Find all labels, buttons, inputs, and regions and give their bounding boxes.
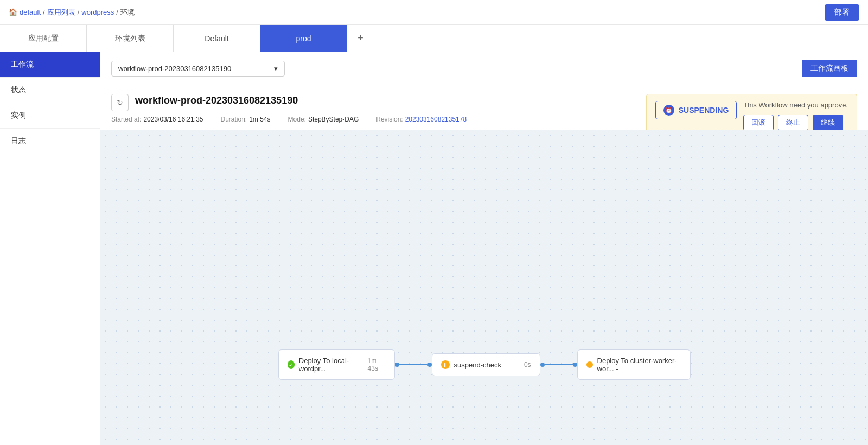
node-suspend-check[interactable]: ⏸ suspend-check 0s [432,353,540,376]
refresh-button[interactable]: ↻ [111,94,129,111]
sidebar: 工作流 状态 实例 日志 [0,52,100,445]
home-icon[interactable]: 🏠 [9,8,17,16]
duration-label: Duration: [220,116,247,123]
node2-left: ⏸ suspend-check [441,360,501,369]
breadcrumb-default[interactable]: default [20,8,41,16]
node-deploy-local[interactable]: ✓ Deploy To local-wordpr... 1m 43s [278,349,395,380]
tab-app-config[interactable]: 应用配置 [0,25,87,52]
clock-icon: ⏰ [663,105,674,116]
breadcrumb-wordpress[interactable]: wordpress [81,8,114,16]
status-badge: ⏰ SUSPENDING [655,101,737,119]
workflow-canvas-button[interactable]: 工作流画板 [802,60,857,77]
sidebar-item-instance[interactable]: 实例 [0,103,100,129]
breadcrumb-app-list[interactable]: 应用列表 [47,8,75,17]
status-actions: 回滚 终止 继续 [743,115,848,131]
workflow-selector-value: workflow-prod-20230316082135190 [118,65,231,73]
connector-dot-left-1 [395,363,399,367]
main-layout: 工作流 状态 实例 日志 workflow-prod-2023031608213… [0,52,868,445]
node1-status-icon: ✓ [288,360,295,369]
tab-default[interactable]: Default [174,25,260,52]
node3-status-icon [586,361,593,368]
revision-label: Revision: [376,116,403,123]
sidebar-item-status[interactable]: 状态 [0,78,100,103]
breadcrumb: 🏠 default / 应用列表 / wordpress / 环境 [9,8,135,17]
node2-label: suspend-check [454,361,501,369]
duration-value: 1m 54s [249,116,270,123]
rollback-button[interactable]: 回滚 [743,115,774,131]
tab-prod[interactable]: prod [260,25,347,52]
started-at-value: 2023/03/16 16:21:35 [143,116,203,123]
continue-button[interactable]: 继续 [813,115,843,131]
sidebar-item-log[interactable]: 日志 [0,129,100,154]
node3-label: Deploy To cluster-worker-wor... - [597,357,681,373]
revision-value[interactable]: 20230316082135178 [405,116,467,123]
tab-env-list[interactable]: 环境列表 [87,25,174,52]
refresh-icon: ↻ [117,98,123,107]
chevron-down-icon: ▾ [274,65,278,73]
node2-status-icon: ⏸ [441,360,450,369]
canvas-area: ✓ Deploy To local-wordpr... 1m 43s ⏸ sus… [100,130,868,445]
connector-2-3 [540,363,577,367]
connector-line-1 [399,364,427,365]
mode-value: StepByStep-DAG [308,116,359,123]
tab-add-button[interactable]: + [347,25,374,52]
sidebar-item-workflow[interactable]: 工作流 [0,52,100,78]
node1-label: Deploy To local-wordpr... [299,357,363,373]
env-tabs: 应用配置 环境列表 Default prod + [0,25,868,52]
content: workflow-prod-20230316082135190 ▾ 工作流画板 … [100,52,868,445]
breadcrumb-sep3: / [116,8,118,16]
connector-dot-left-2 [540,363,545,367]
connector-line-2 [545,364,573,365]
workflow-info-bar: ↻ workflow-prod-20230316082135190 Starte… [100,85,868,130]
terminate-button[interactable]: 终止 [778,115,808,131]
breadcrumb-sep2: / [78,8,80,16]
breadcrumb-env: 环境 [120,8,135,17]
node-deploy-cluster[interactable]: Deploy To cluster-worker-wor... - [577,349,691,380]
workflow-dropdown[interactable]: workflow-prod-20230316082135190 ▾ [111,61,285,77]
status-message: This Workflow need you approve. [743,101,848,109]
nodes-container: ✓ Deploy To local-wordpr... 1m 43s ⏸ sus… [278,349,691,380]
node1-duration: 1m 43s [368,357,386,372]
connector-dot-right-2 [573,363,577,367]
breadcrumb-sep1: / [43,8,45,16]
deploy-button[interactable]: 部署 [825,4,859,21]
started-at-label: Started at: [111,116,141,123]
node3-left: Deploy To cluster-worker-wor... - [586,357,681,373]
workflow-title: workflow-prod-20230316082135190 [135,95,298,106]
node2-duration: 0s [524,361,531,368]
connector-dot-right-1 [427,363,432,367]
connector-1-2 [395,363,432,367]
mode-label: Mode: [288,116,306,123]
node1-left: ✓ Deploy To local-wordpr... [288,357,363,373]
workflow-selector-bar: workflow-prod-20230316082135190 ▾ 工作流画板 [100,52,868,85]
status-right: This Workflow need you approve. 回滚 终止 继续 [743,101,848,131]
topbar: 🏠 default / 应用列表 / wordpress / 环境 部署 [0,0,868,25]
status-text: SUSPENDING [679,106,729,115]
